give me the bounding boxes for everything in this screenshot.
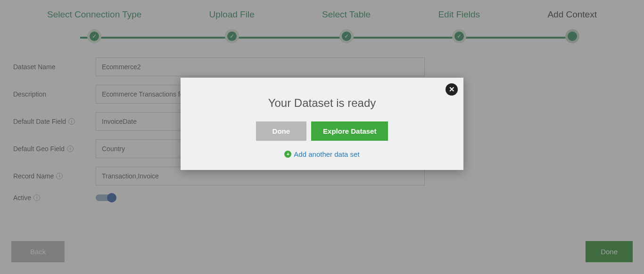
explore-dataset-button[interactable]: Explore Dataset [311,121,388,141]
modal-title: Your Dataset is ready [190,97,454,110]
plus-icon: + [284,151,291,158]
modal-buttons: Done Explore Dataset [190,121,454,141]
add-another-link[interactable]: + Add another data set [284,150,359,158]
modal-overlay: ✕ Your Dataset is ready Done Explore Dat… [0,0,644,274]
close-icon: ✕ [449,85,455,94]
link-text: Add another data set [294,150,359,158]
dataset-ready-modal: ✕ Your Dataset is ready Done Explore Dat… [181,78,463,170]
modal-done-button[interactable]: Done [256,121,307,141]
close-button[interactable]: ✕ [446,83,458,96]
